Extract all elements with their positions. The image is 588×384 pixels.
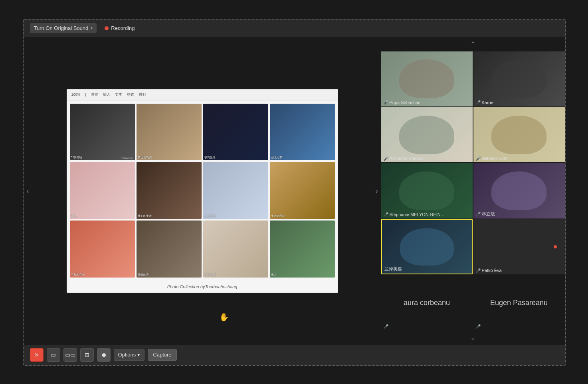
close-button[interactable]: ✕ [30, 348, 44, 362]
lanme-video [382, 220, 472, 274]
view-grid-button[interactable]: ⊞ [80, 348, 94, 362]
participant-stephanie: 🎤 Stéphanie MELYON-REIN... [381, 163, 473, 218]
photo-cell-4: 藏龙记事 [270, 104, 335, 161]
scroll-down-button[interactable]: ⌄ [381, 331, 565, 345]
photo-label-10: 转能的鹿 [138, 273, 149, 277]
options-label: Options [118, 352, 136, 358]
options-button[interactable]: Options ▾ [114, 349, 145, 361]
karrie-avatar [491, 59, 546, 98]
armando-name-label: 🎤 Armando Rotondi [384, 156, 424, 161]
slide-container: 100% | 遊覽 插入 文本 格式 排列 52倍停晚 2020-08-21 梦… [67, 89, 338, 293]
photo-cell-7: 人际关系 [203, 162, 268, 219]
popa-video [381, 51, 473, 106]
aura-avatar-bg: aura corbeanu [381, 275, 473, 330]
record-icon: ⏺ [101, 352, 107, 358]
lin-name-label: 🎤 林立敏 [476, 211, 495, 217]
aura-name-display: aura corbeanu [404, 299, 450, 307]
participants-panel: ⌃ 🎤 Popa Sebastian [381, 37, 565, 345]
lin-mic-off-icon: 🎤 [476, 212, 481, 216]
photo-date-1: 2020-08-21 [121, 157, 134, 160]
photo-label-2: 梦境置现实 [138, 156, 152, 160]
photo-label-9: 寻找彩色鱼 [71, 273, 85, 277]
photo-cell-6: 我们的生活 [137, 162, 202, 219]
karrie-name-text: Karrie [482, 100, 493, 105]
lanme-avatar [400, 228, 454, 266]
aura-name-label: 🎤 [384, 324, 388, 329]
zoom-level: 100% [70, 92, 82, 97]
presentation-area: ‹ 100% | 遊覽 插入 文本 格式 排列 52倍停晚 2020-08-21 [24, 37, 381, 345]
participants-grid: 🎤 Popa Sebastian 🎤 Karrie [381, 51, 565, 331]
patko-dot [554, 245, 557, 248]
slide-caption: Photo Collection by Toothachezhang [67, 281, 338, 293]
photo-label-12: 家人 [271, 273, 277, 277]
photo-cell-5: 家人 [70, 162, 135, 219]
toolbar-item-3: 文本 [113, 92, 124, 98]
patko-mic-off-icon: 🎤 [476, 268, 481, 273]
participant-popa: 🎤 Popa Sebastian [381, 51, 473, 106]
recording-dot-icon [105, 26, 109, 30]
record-button[interactable]: ⏺ [97, 348, 111, 362]
armando-avatar [399, 116, 454, 154]
lin-name-text: 林立敏 [482, 211, 495, 217]
capture-label: Capture [153, 352, 171, 358]
turn-on-sound-button[interactable]: Turn On Original Sound ▾ [30, 23, 97, 33]
cursor-icon: ✋ [219, 312, 229, 322]
scroll-up-button[interactable]: ⌃ [381, 37, 565, 51]
popa-name-label: 🎤 Popa Sebastian [384, 100, 421, 105]
close-icon: ✕ [34, 352, 39, 358]
gilberto-name-text: Gilberto Conti [482, 156, 509, 161]
view-single-button[interactable]: ▭ [47, 348, 60, 362]
karrie-video [473, 51, 565, 106]
photo-cell-9: 寻找彩色鱼 [70, 221, 135, 278]
patko-video [473, 219, 565, 274]
lanme-name-text: 兰泽美嘉 [384, 266, 402, 272]
gilberto-video [473, 107, 565, 162]
photo-label-11: 孕起之星 [204, 273, 216, 277]
stephanie-name-text: Stéphanie MELYON-REIN... [390, 212, 444, 217]
view-dual-icon: ▭▭ [65, 352, 75, 358]
armando-video [381, 107, 473, 162]
gilberto-mic-off-icon: 🎤 [476, 156, 481, 161]
left-arrow-icon[interactable]: ‹ [27, 187, 29, 195]
slide-toolbar: 100% | 遊覽 插入 文本 格式 排列 [67, 89, 338, 100]
participant-eugen: Eugen Pasareanu 🎤 [473, 275, 565, 330]
gilberto-avatar [491, 116, 546, 154]
chevron-down-icon: ▾ [91, 26, 93, 30]
view-dual-button[interactable]: ▭▭ [63, 348, 77, 362]
bottom-toolbar: ✕ ▭ ▭▭ ⊞ ⏺ Options ▾ Capture [24, 345, 565, 365]
stephanie-name-label: 🎤 Stéphanie MELYON-REIN... [384, 212, 444, 217]
armando-name-text: Armando Rotondi [390, 156, 424, 161]
photo-grid: 52倍停晚 2020-08-21 梦境置现实 极简生活 藏龙记事 家人 [67, 100, 338, 281]
toolbar-item-5: 排列 [137, 92, 148, 98]
toolbar-divider: | [84, 92, 88, 97]
photo-cell-8: 生活启示录 [270, 162, 335, 219]
capture-button[interactable]: Capture [148, 349, 176, 361]
eugen-avatar-bg: Eugen Pasareanu [473, 275, 565, 330]
photo-cell-1: 52倍停晚 2020-08-21 [70, 104, 135, 161]
photo-label-6: 我们的生活 [138, 214, 152, 218]
photo-label-4: 藏龙记事 [271, 156, 282, 160]
aura-mic-off-icon: 🎤 [384, 324, 388, 329]
toolbar-item-2: 插入 [101, 92, 112, 98]
photo-label-5: 家人 [71, 214, 77, 218]
options-chevron-icon: ▾ [137, 352, 140, 358]
right-arrow-icon[interactable]: › [376, 187, 378, 195]
photo-cell-12: 家人 [270, 221, 335, 278]
view-grid-icon: ⊞ [85, 352, 89, 358]
participant-gilberto: 🎤 Gilberto Conti [473, 107, 565, 162]
lanme-name-label: 兰泽美嘉 [384, 266, 402, 272]
stephanie-avatar [399, 171, 454, 210]
participant-patko: 🎤 Patkó Éva [473, 219, 565, 274]
view-single-icon: ▭ [51, 352, 56, 358]
popa-avatar [399, 59, 454, 98]
patko-name-label: 🎤 Patkó Éva [476, 268, 502, 273]
lin-avatar [491, 171, 546, 210]
participant-karrie: 🎤 Karrie [473, 51, 565, 106]
eugen-name-display: Eugen Pasareanu [490, 299, 548, 307]
participant-lanme: 兰泽美嘉 [381, 219, 473, 274]
karrie-name-label: 🎤 Karrie [476, 100, 493, 105]
photo-label-8: 生活启示录 [271, 214, 285, 218]
photo-label-3: 极简生活 [204, 156, 216, 160]
top-bar: Turn On Original Sound ▾ Recording [24, 20, 565, 37]
participant-aura: aura corbeanu 🎤 [381, 275, 473, 330]
